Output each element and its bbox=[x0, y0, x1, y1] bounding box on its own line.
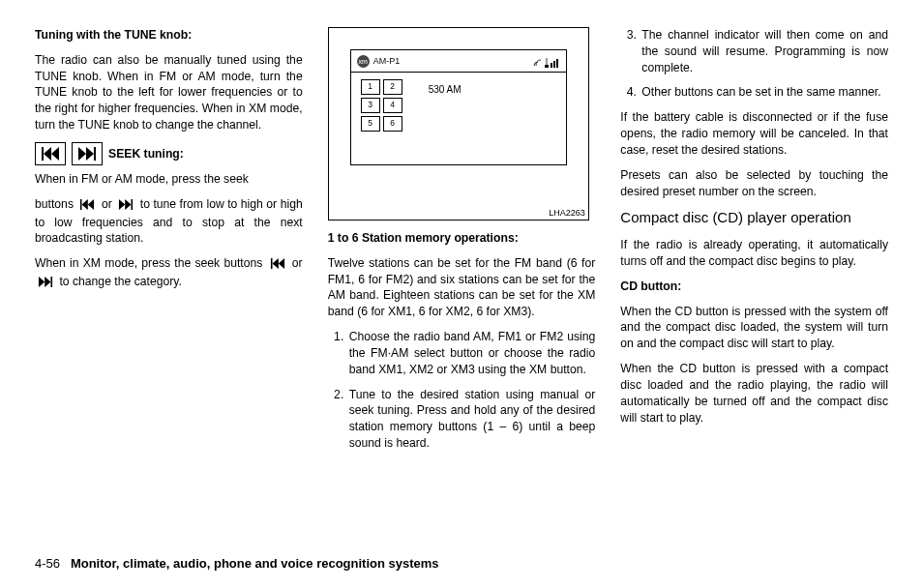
list-item: Choose the radio band AM, FM1 or FM2 usi… bbox=[347, 329, 596, 377]
paragraph: buttons or to tune from low to high or h… bbox=[35, 196, 303, 247]
text: to tune from low to high or high to low … bbox=[35, 197, 303, 246]
list-item: Other buttons can be set in the same man… bbox=[640, 84, 888, 101]
page-footer: 4-56 Monitor, climate, audio, phone and … bbox=[35, 556, 439, 571]
page-number: 4-56 bbox=[35, 556, 60, 571]
manual-page: Tuning with the TUNE knob: The radio can… bbox=[0, 0, 923, 588]
svg-rect-9 bbox=[556, 59, 558, 68]
preset-cell: 4 bbox=[383, 98, 402, 113]
text: or bbox=[102, 197, 112, 211]
preset-cell: 3 bbox=[361, 98, 380, 113]
xm-badge-icon: xm bbox=[357, 55, 370, 68]
heading-seek-tuning: SEEK tuning: bbox=[108, 146, 184, 162]
heading-station-memory: 1 to 6 Station memory operations: bbox=[328, 230, 596, 247]
paragraph: Twelve stations can be set for the FM ba… bbox=[328, 255, 596, 320]
seek-prev-button-illust bbox=[35, 142, 66, 165]
svg-rect-8 bbox=[553, 61, 555, 68]
paragraph: When in XM mode, press the seek buttons … bbox=[35, 255, 303, 292]
screen-frame: xm AM-P1 bbox=[350, 49, 567, 165]
preset-cell: 1 bbox=[361, 79, 380, 95]
paragraph: When the CD button is pressed with a com… bbox=[620, 361, 888, 426]
paragraph: If the battery cable is disconnected or … bbox=[620, 109, 888, 158]
column-1: Tuning with the TUNE knob: The radio can… bbox=[35, 27, 303, 532]
seek-prev-icon bbox=[79, 198, 95, 215]
heading-tune-knob: Tuning with the TUNE knob: bbox=[35, 27, 303, 44]
ordered-list: Choose the radio band AM, FM1 or FM2 usi… bbox=[328, 329, 596, 452]
ordered-list-cont: The channel indicator will then come on … bbox=[620, 27, 888, 101]
frequency-label: 530 AM bbox=[429, 83, 462, 97]
text: When in XM mode, press the seek buttons bbox=[35, 256, 262, 270]
heading-cd-operation: Compact disc (CD) player operation bbox=[620, 208, 888, 228]
screen-header: xm AM-P1 bbox=[357, 54, 560, 69]
text: buttons bbox=[35, 197, 74, 211]
text: or bbox=[292, 256, 303, 270]
preset-cell: 5 bbox=[361, 116, 380, 132]
list-item: The channel indicator will then come on … bbox=[640, 27, 888, 75]
heading-cd-button: CD button: bbox=[620, 279, 888, 295]
seek-next-icon bbox=[38, 276, 53, 292]
svg-rect-7 bbox=[551, 63, 552, 68]
seek-next-icon bbox=[118, 198, 134, 215]
paragraph: If the radio is already operating, it au… bbox=[620, 237, 888, 270]
seek-next-button-illust bbox=[72, 142, 103, 165]
divider bbox=[351, 72, 566, 73]
text: to change the category. bbox=[59, 275, 181, 288]
paragraph: Presets can also be selected by touching… bbox=[620, 167, 888, 200]
chapter-title: Monitor, climate, audio, phone and voice… bbox=[71, 556, 439, 571]
svg-rect-6 bbox=[545, 65, 549, 68]
preset-grid: 1 2 3 4 5 6 bbox=[361, 79, 402, 132]
band-label: AM-P1 bbox=[373, 55, 401, 67]
signal-icon bbox=[533, 56, 560, 68]
preset-cell: 2 bbox=[383, 79, 402, 95]
seek-buttons-illust: SEEK tuning: bbox=[35, 142, 303, 165]
columns: Tuning with the TUNE knob: The radio can… bbox=[35, 27, 888, 532]
paragraph: When the CD button is pressed with the s… bbox=[620, 304, 888, 352]
radio-screen-illustration: xm AM-P1 bbox=[328, 27, 589, 220]
list-item: Tune to the desired station using manual… bbox=[347, 387, 596, 452]
preset-cell: 6 bbox=[383, 116, 402, 132]
paragraph: The radio can also be manually tuned usi… bbox=[35, 52, 303, 133]
column-3: The channel indicator will then come on … bbox=[620, 27, 888, 532]
paragraph: When in FM or AM mode, press the seek bbox=[35, 171, 303, 188]
figure-id: LHA2263 bbox=[549, 207, 585, 219]
seek-prev-icon bbox=[270, 257, 285, 274]
column-2: xm AM-P1 bbox=[328, 27, 596, 532]
